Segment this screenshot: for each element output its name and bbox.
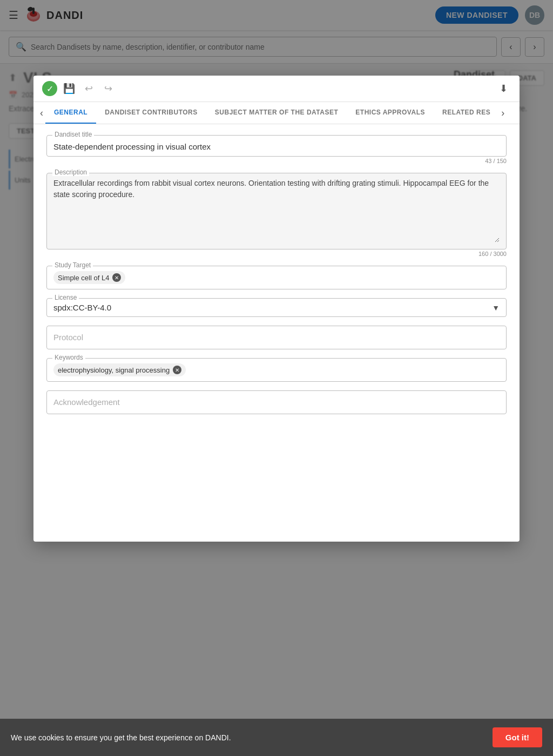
title-field-wrapper: Dandiset title <box>46 135 507 157</box>
license-value: spdx:CC-BY-4.0 <box>53 303 111 312</box>
license-field-label: License <box>52 294 79 301</box>
cookie-got-it-button[interactable]: Got it! <box>493 727 542 747</box>
ack-placeholder: Acknowledgement <box>53 397 120 407</box>
check-icon[interactable]: ✓ <box>42 81 57 96</box>
tab-general[interactable]: GENERAL <box>45 102 96 124</box>
tabs-prev-button[interactable]: ‹ <box>38 103 45 123</box>
tab-contributors[interactable]: DANDISET CONTRIBUTORS <box>96 102 206 124</box>
description-field-row: Description Extracellular recordings fro… <box>46 173 507 257</box>
keywords-field-container: Keywords electrophysiology, signal proce… <box>46 358 507 382</box>
description-field-container: Description Extracellular recordings fro… <box>46 173 507 257</box>
keywords-field-label: Keywords <box>52 354 85 361</box>
modal-tabs: ‹ GENERAL DANDISET CONTRIBUTORS SUBJECT … <box>33 102 520 124</box>
keywords-field-row: Keywords electrophysiology, signal proce… <box>46 358 507 382</box>
description-field-label: Description <box>52 168 89 176</box>
license-dropdown-icon: ▼ <box>492 303 500 312</box>
modal-spacer <box>46 423 507 531</box>
description-field-wrapper: Description Extracellular recordings fro… <box>46 173 507 249</box>
title-field-container: Dandiset title 43 / 150 <box>46 135 507 164</box>
save-icon[interactable]: 💾 <box>62 81 77 96</box>
download-icon[interactable]: ⬇ <box>496 81 511 96</box>
protocol-field-container: Protocol <box>46 326 507 349</box>
keywords-field-wrapper: Keywords electrophysiology, signal proce… <box>46 358 507 382</box>
cookie-banner: We use cookies to ensure you get the bes… <box>0 719 553 756</box>
license-field-container: License spdx:CC-BY-4.0 ▼ <box>46 298 507 317</box>
keywords-tag: electrophysiology, signal processing ✕ <box>53 363 186 376</box>
ack-field-wrapper: Acknowledgement <box>46 390 507 414</box>
undo-icon[interactable]: ↩ <box>81 81 96 96</box>
redo-icon[interactable]: ↪ <box>100 81 116 96</box>
edit-modal: ✓ 💾 ↩ ↪ ⬇ ‹ GENERAL DANDISET CONTRIBUTOR… <box>33 76 520 542</box>
title-input[interactable] <box>53 140 500 151</box>
ack-field-row: Acknowledgement <box>46 390 507 414</box>
study-target-field-wrapper: Study Target Simple cell of L4 ✕ <box>46 266 507 289</box>
tabs-next-button[interactable]: › <box>499 103 507 123</box>
study-target-remove-button[interactable]: ✕ <box>112 273 121 282</box>
study-target-tag: Simple cell of L4 ✕ <box>53 271 125 284</box>
study-target-tag-label: Simple cell of L4 <box>58 274 109 282</box>
description-textarea[interactable]: Extracellular recordings from rabbit vis… <box>53 178 500 242</box>
protocol-placeholder: Protocol <box>53 333 83 342</box>
study-target-field-label: Study Target <box>52 261 93 269</box>
description-counter: 160 / 3000 <box>46 251 507 257</box>
keywords-remove-button[interactable]: ✕ <box>173 366 181 374</box>
keywords-tag-label: electrophysiology, signal processing <box>58 366 170 374</box>
title-field-row: Dandiset title 43 / 150 i <box>46 135 507 164</box>
tab-related-res[interactable]: RELATED RES <box>434 102 499 124</box>
ack-field-container: Acknowledgement <box>46 390 507 414</box>
protocol-field-wrapper: Protocol <box>46 326 507 349</box>
title-counter: 43 / 150 <box>46 158 507 164</box>
title-field-label: Dandiset title <box>52 131 94 138</box>
modal-toolbar: ✓ 💾 ↩ ↪ ⬇ <box>33 76 520 102</box>
study-target-field-container: Study Target Simple cell of L4 ✕ <box>46 266 507 289</box>
license-field-row: License spdx:CC-BY-4.0 ▼ i <box>46 298 507 317</box>
study-target-field-row: Study Target Simple cell of L4 ✕ i <box>46 266 507 289</box>
tab-subject-matter[interactable]: SUBJECT MATTER OF THE DATASET <box>206 102 347 124</box>
modal-body: Dandiset title 43 / 150 i Description Ex… <box>33 124 520 542</box>
protocol-field-row: Protocol i <box>46 326 507 349</box>
tab-ethics[interactable]: ETHICS APPROVALS <box>347 102 434 124</box>
license-field-wrapper[interactable]: License spdx:CC-BY-4.0 ▼ <box>46 298 507 317</box>
cookie-message: We use cookies to ensure you get the bes… <box>11 733 231 742</box>
